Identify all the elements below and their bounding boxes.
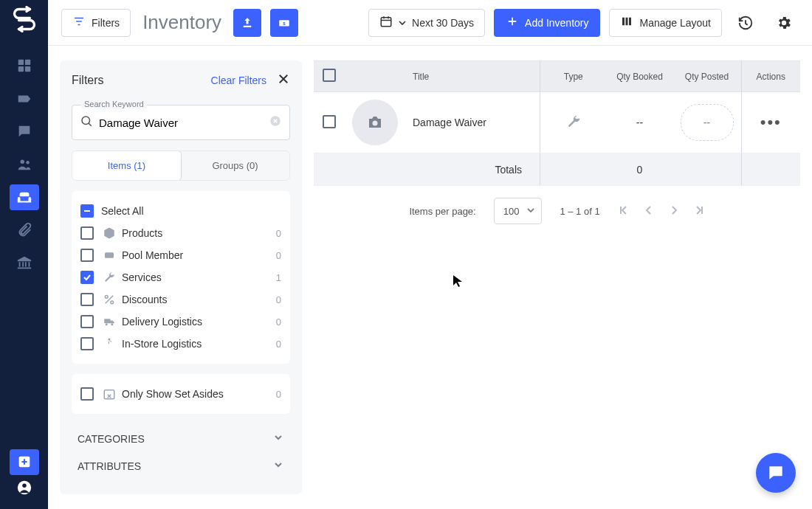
upload-button[interactable] bbox=[233, 9, 261, 37]
money-card-icon: $ bbox=[278, 16, 291, 30]
header-checkbox[interactable] bbox=[323, 69, 336, 82]
checkbox[interactable] bbox=[80, 226, 94, 240]
search-input[interactable] bbox=[99, 117, 269, 129]
content-area: Filters Clear Filters Search Keyword bbox=[48, 46, 812, 509]
tab-groups[interactable]: Groups (0) bbox=[181, 151, 289, 180]
table-row[interactable]: Damage Waiver -- -- bbox=[314, 92, 800, 153]
app-logo[interactable] bbox=[11, 6, 38, 32]
global-add-button[interactable] bbox=[10, 449, 39, 475]
row-checkbox[interactable] bbox=[323, 115, 336, 128]
checkbox[interactable] bbox=[80, 293, 94, 306]
account-button[interactable] bbox=[10, 475, 39, 501]
nav-contacts[interactable] bbox=[10, 152, 39, 178]
next-page-button[interactable] bbox=[668, 204, 680, 218]
first-page-icon bbox=[618, 204, 630, 216]
filter-services[interactable]: Services 1 bbox=[80, 266, 281, 288]
camera-icon bbox=[366, 114, 384, 131]
nav-messages[interactable] bbox=[10, 119, 39, 145]
checkbox-checked[interactable] bbox=[80, 271, 94, 284]
nav-tags[interactable] bbox=[10, 86, 39, 112]
settings-button[interactable] bbox=[769, 8, 799, 38]
gear-icon bbox=[776, 15, 792, 31]
col-type[interactable]: Type bbox=[540, 61, 607, 92]
last-page-button[interactable] bbox=[693, 204, 705, 218]
close-filters-button[interactable] bbox=[277, 71, 290, 90]
clear-filters-link[interactable]: Clear Filters bbox=[211, 75, 266, 86]
pricing-button[interactable]: $ bbox=[270, 9, 298, 37]
prev-page-button[interactable] bbox=[643, 204, 655, 218]
col-actions[interactable]: Actions bbox=[741, 61, 800, 92]
filter-icon bbox=[72, 15, 86, 30]
filter-select-all[interactable]: Select All bbox=[80, 200, 281, 222]
checkbox[interactable] bbox=[80, 315, 94, 328]
search-icon bbox=[80, 114, 93, 131]
checkbox[interactable] bbox=[80, 387, 94, 401]
col-qty-posted[interactable]: Qty Posted bbox=[673, 61, 742, 92]
svg-rect-17 bbox=[244, 25, 252, 27]
filter-discounts[interactable]: Discounts 0 bbox=[80, 288, 281, 311]
date-range-button[interactable]: Next 30 Days bbox=[368, 9, 485, 37]
svg-rect-20 bbox=[381, 18, 391, 27]
nav-inventory[interactable] bbox=[10, 184, 39, 210]
filter-count: 0 bbox=[276, 294, 281, 305]
row-more-button[interactable]: ••• bbox=[760, 113, 782, 131]
checkbox-indeterminate[interactable] bbox=[80, 204, 94, 218]
svg-point-36 bbox=[111, 301, 114, 304]
type-filter-list: Select All Products 0 Pool Member 0 bbox=[72, 191, 290, 364]
svg-point-5 bbox=[26, 161, 29, 164]
first-page-button[interactable] bbox=[618, 204, 630, 218]
attributes-section[interactable]: ATTRIBUTES bbox=[60, 450, 302, 477]
history-button[interactable] bbox=[731, 8, 760, 38]
filters-panel: Filters Clear Filters Search Keyword bbox=[60, 60, 302, 494]
page-size-value: 100 bbox=[503, 206, 520, 217]
search-box[interactable]: Search Keyword bbox=[72, 105, 290, 140]
filter-count: 0 bbox=[276, 250, 281, 261]
col-qty-booked[interactable]: Qty Booked bbox=[607, 61, 673, 92]
svg-point-29 bbox=[82, 117, 90, 125]
chevron-down-icon bbox=[526, 206, 535, 217]
filters-toggle[interactable]: Filters bbox=[61, 9, 131, 37]
cube-icon bbox=[101, 226, 117, 240]
chat-help-button[interactable] bbox=[756, 453, 796, 493]
page-size-select[interactable]: 100 bbox=[494, 198, 543, 224]
nav-dashboard[interactable] bbox=[10, 53, 39, 79]
filter-instore[interactable]: In-Store Logistics 0 bbox=[80, 333, 281, 355]
checkbox[interactable] bbox=[80, 337, 94, 350]
ipp-label: Items per page: bbox=[409, 206, 475, 217]
last-page-icon bbox=[693, 204, 705, 216]
page-range: 1 – 1 of 1 bbox=[560, 206, 599, 217]
svg-rect-26 bbox=[622, 18, 625, 26]
item-thumbnail[interactable] bbox=[352, 100, 398, 145]
qty-posted-pill[interactable]: -- bbox=[681, 104, 734, 141]
people-icon bbox=[16, 156, 32, 173]
col-title[interactable]: Title bbox=[405, 61, 540, 92]
chevron-down-icon bbox=[272, 459, 284, 473]
clear-search-button[interactable] bbox=[269, 114, 282, 131]
attributes-label: ATTRIBUTES bbox=[78, 460, 141, 472]
tab-items[interactable]: Items (1) bbox=[72, 150, 182, 181]
nav-attachments[interactable] bbox=[10, 218, 39, 243]
date-range-label: Next 30 Days bbox=[412, 17, 474, 29]
close-icon bbox=[277, 72, 290, 86]
filter-delivery[interactable]: Delivery Logistics 0 bbox=[80, 311, 281, 333]
svg-rect-27 bbox=[626, 18, 628, 26]
add-inventory-button[interactable]: Add Inventory bbox=[494, 9, 600, 37]
filter-products[interactable]: Products 0 bbox=[80, 222, 281, 244]
checkbox[interactable] bbox=[80, 249, 94, 262]
item-title: Damage Waiver bbox=[405, 92, 540, 153]
filter-pool-member[interactable]: Pool Member 0 bbox=[80, 244, 281, 266]
manage-layout-button[interactable]: Manage Layout bbox=[609, 9, 722, 37]
paginator: Items per page: 100 1 – 1 of 1 bbox=[314, 186, 800, 236]
truck-icon bbox=[101, 315, 117, 328]
svg-rect-9 bbox=[28, 262, 30, 266]
categories-section[interactable]: CATEGORIES bbox=[60, 414, 302, 450]
wrench-icon bbox=[101, 271, 117, 284]
message-icon bbox=[16, 123, 32, 139]
filters-panel-title: Filters bbox=[72, 74, 104, 87]
categories-label: CATEGORIES bbox=[78, 433, 145, 445]
clear-icon bbox=[269, 114, 282, 128]
page-title: Inventory bbox=[142, 11, 221, 34]
filter-set-asides[interactable]: Only Show Set Asides 0 bbox=[80, 383, 281, 405]
select-all-label: Select All bbox=[101, 205, 144, 217]
nav-bank[interactable] bbox=[10, 250, 39, 276]
